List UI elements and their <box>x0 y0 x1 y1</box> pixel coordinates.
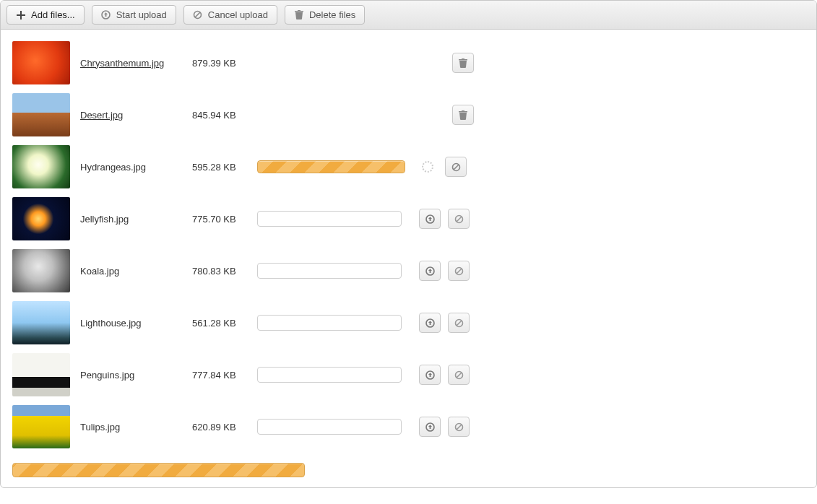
upload-circle-icon <box>425 318 435 328</box>
ban-icon <box>454 214 464 224</box>
file-size: 595.28 KB <box>192 162 257 173</box>
file-name: Koala.jpg <box>80 266 192 277</box>
file-thumbnail <box>12 405 70 448</box>
cancel-upload-button[interactable]: Cancel upload <box>183 5 277 25</box>
start-file-button[interactable] <box>419 313 441 333</box>
file-row: Chrysanthemum.jpg 879.39 KB <box>12 37 805 89</box>
file-progress-bar <box>257 315 402 331</box>
svg-line-4 <box>454 165 459 170</box>
svg-line-19 <box>457 425 462 430</box>
cancel-file-button[interactable] <box>448 313 470 333</box>
delete-files-button[interactable]: Delete files <box>285 5 365 25</box>
file-link[interactable]: Desert.jpg <box>80 110 123 121</box>
file-name: Chrysanthemum.jpg <box>80 58 192 69</box>
upload-circle-icon <box>425 370 435 380</box>
upload-circle-icon <box>425 422 435 432</box>
svg-line-16 <box>457 373 462 378</box>
start-file-button[interactable] <box>419 417 441 437</box>
file-name: Desert.jpg <box>80 110 192 121</box>
total-progress-bar <box>12 463 305 477</box>
file-size: 561.28 KB <box>192 318 257 329</box>
file-size: 879.39 KB <box>192 58 257 69</box>
ban-icon <box>451 162 461 172</box>
file-size: 780.83 KB <box>192 266 257 277</box>
start-upload-button[interactable]: Start upload <box>92 5 176 25</box>
upload-circle-icon <box>425 214 435 224</box>
trash-icon <box>459 58 467 68</box>
svg-line-7 <box>457 217 462 222</box>
trash-icon <box>294 10 304 20</box>
file-row: Tulips.jpg 620.89 KB <box>12 401 805 453</box>
file-row: Lighthouse.jpg 561.28 KB <box>12 297 805 349</box>
cancel-file-button[interactable] <box>448 365 470 385</box>
ban-icon <box>454 370 464 380</box>
file-row: Penguins.jpg 777.84 KB <box>12 349 805 401</box>
file-row: Koala.jpg 780.83 KB <box>12 245 805 297</box>
file-thumbnail <box>12 249 70 292</box>
ban-icon <box>454 422 464 432</box>
file-progress-bar <box>257 263 402 279</box>
ban-icon <box>454 318 464 328</box>
file-row: Desert.jpg 845.94 KB <box>12 89 805 141</box>
plus-icon <box>16 10 26 20</box>
svg-line-13 <box>457 321 462 326</box>
ban-icon <box>454 266 464 276</box>
start-upload-label: Start upload <box>116 9 167 20</box>
cancel-file-button[interactable] <box>445 157 467 177</box>
add-files-label: Add files... <box>31 9 75 20</box>
add-files-button[interactable]: Add files... <box>7 5 85 25</box>
upload-circle-icon <box>425 266 435 276</box>
file-row: Jellyfish.jpg 775.70 KB <box>12 193 805 245</box>
delete-file-button[interactable] <box>452 53 474 73</box>
file-list: Chrysanthemum.jpg 879.39 KB Desert.jpg 8… <box>1 30 816 487</box>
file-thumbnail <box>12 301 70 344</box>
cancel-upload-label: Cancel upload <box>208 9 268 20</box>
file-row: Hydrangeas.jpg 595.28 KB <box>12 141 805 193</box>
file-name: Tulips.jpg <box>80 422 192 433</box>
file-link[interactable]: Chrysanthemum.jpg <box>80 58 164 69</box>
file-thumbnail <box>12 145 70 188</box>
file-progress-bar <box>257 419 402 435</box>
toolbar: Add files... Start upload Cancel upload … <box>1 1 816 30</box>
upload-panel: Add files... Start upload Cancel upload … <box>0 0 817 488</box>
delete-file-button[interactable] <box>452 105 474 125</box>
file-name: Penguins.jpg <box>80 370 192 381</box>
spinner-icon <box>422 161 433 173</box>
start-file-button[interactable] <box>419 261 441 281</box>
file-name: Jellyfish.jpg <box>80 214 192 225</box>
trash-icon <box>459 110 467 120</box>
file-thumbnail <box>12 93 70 136</box>
ban-icon <box>193 10 203 20</box>
file-thumbnail <box>12 353 70 396</box>
start-file-button[interactable] <box>419 209 441 229</box>
file-size: 775.70 KB <box>192 214 257 225</box>
file-size: 845.94 KB <box>192 110 257 121</box>
cancel-file-button[interactable] <box>448 417 470 437</box>
cancel-file-button[interactable] <box>448 261 470 281</box>
svg-line-2 <box>195 12 200 17</box>
start-file-button[interactable] <box>419 365 441 385</box>
file-thumbnail <box>12 41 70 84</box>
file-progress-bar <box>257 367 402 383</box>
file-thumbnail <box>12 197 70 240</box>
delete-files-label: Delete files <box>309 9 355 20</box>
file-progress-bar <box>257 211 402 227</box>
svg-line-10 <box>457 269 462 274</box>
file-progress-bar <box>257 160 405 173</box>
file-size: 777.84 KB <box>192 370 257 381</box>
upload-circle-icon <box>101 10 111 20</box>
file-size: 620.89 KB <box>192 422 257 433</box>
file-name: Hydrangeas.jpg <box>80 162 192 173</box>
file-name: Lighthouse.jpg <box>80 318 192 329</box>
cancel-file-button[interactable] <box>448 209 470 229</box>
